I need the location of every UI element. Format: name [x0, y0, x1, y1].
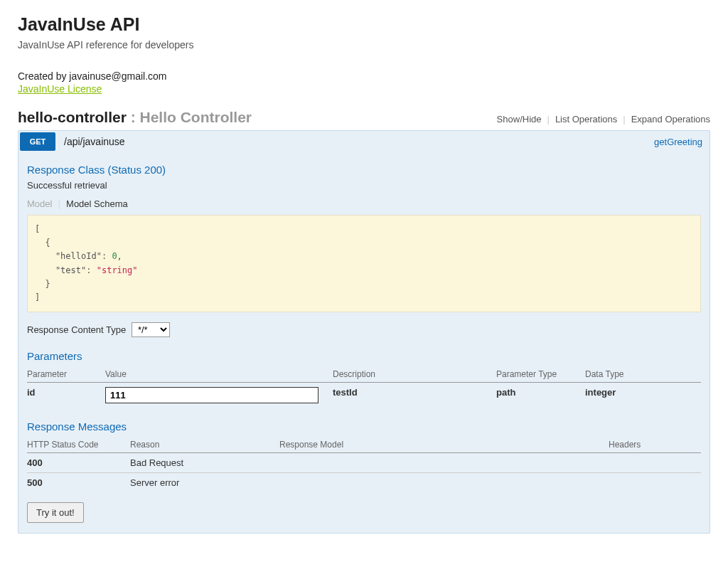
separator: | [617, 114, 631, 124]
param-name: id [27, 383, 105, 408]
th-parameter-type: Parameter Type [496, 366, 585, 383]
schema-tabs: Model|Model Schema [27, 198, 701, 209]
method-badge: GET [20, 132, 55, 151]
endpoint-heading[interactable]: GET /api/javainuse getGreeting [18, 131, 710, 152]
list-operations-link[interactable]: List Operations [555, 114, 617, 124]
expand-operations-link[interactable]: Expand Operations [631, 114, 710, 124]
th-response-model: Response Model [279, 437, 609, 453]
th-headers: Headers [609, 437, 701, 453]
endpoint-path: /api/javainuse [57, 136, 654, 147]
parameter-row: id testId path integer [27, 383, 701, 408]
th-value: Value [105, 366, 333, 383]
th-description: Description [333, 366, 496, 383]
try-it-out-button[interactable]: Try it out! [27, 502, 84, 523]
response-reason: Server error [130, 473, 279, 493]
response-content-type-row: Response Content Type */* [27, 322, 701, 337]
endpoint: GET /api/javainuse getGreeting Response … [18, 130, 710, 534]
endpoint-body: Response Class (Status 200) Successful r… [18, 152, 710, 533]
response-messages-table: HTTP Status Code Reason Response Model H… [27, 437, 701, 492]
th-parameter: Parameter [27, 366, 105, 383]
response-code: 500 [27, 473, 130, 493]
api-title: JavaInUse API [18, 14, 710, 35]
operation-nickname: getGreeting [654, 137, 710, 147]
controller-heading[interactable]: hello-controller : Hello Controller [18, 109, 252, 126]
th-status-code: HTTP Status Code [27, 437, 130, 453]
response-code: 400 [27, 453, 130, 473]
api-description: JavaInUse API reference for developers [18, 39, 710, 51]
controller-name: hello-controller [18, 109, 127, 125]
controller-heading-row: hello-controller : Hello Controller Show… [18, 107, 710, 127]
response-row: 500 Server error [27, 473, 701, 493]
param-data-type: integer [585, 383, 701, 408]
response-model [279, 453, 609, 473]
model-schema-box[interactable]: [ { "helloId": 0, "test": "string" } ] [27, 215, 701, 312]
response-reason: Bad Request [130, 453, 279, 473]
th-data-type: Data Type [585, 366, 701, 383]
tab-model[interactable]: Model [27, 198, 58, 209]
response-class-title: Response Class (Status 200) [27, 164, 701, 176]
operations-links: Show/Hide|List Operations|Expand Operati… [497, 114, 710, 124]
th-reason: Reason [130, 437, 279, 453]
response-content-type-select[interactable]: */* [132, 322, 170, 337]
license-link[interactable]: JavaInUse License [18, 83, 102, 95]
parameters-title: Parameters [27, 350, 701, 362]
operation-description: Successful retrieval [27, 180, 701, 191]
param-description: testId [333, 383, 496, 408]
response-headers [609, 473, 701, 493]
response-model [279, 473, 609, 493]
controller-suffix: : Hello Controller [127, 109, 252, 125]
parameters-table: Parameter Value Description Parameter Ty… [27, 366, 701, 408]
param-value-input[interactable] [105, 387, 318, 403]
param-type: path [496, 383, 585, 408]
param-value-cell [105, 383, 333, 408]
created-by: Created by javainuse@gmail.com [18, 70, 710, 82]
separator: | [541, 114, 555, 124]
response-headers [609, 453, 701, 473]
response-content-type-label: Response Content Type [27, 324, 126, 335]
tab-model-schema[interactable]: Model Schema [66, 198, 134, 209]
tab-divider: | [58, 198, 66, 209]
response-row: 400 Bad Request [27, 453, 701, 473]
response-messages-title: Response Messages [27, 420, 701, 433]
show-hide-link[interactable]: Show/Hide [497, 114, 542, 124]
